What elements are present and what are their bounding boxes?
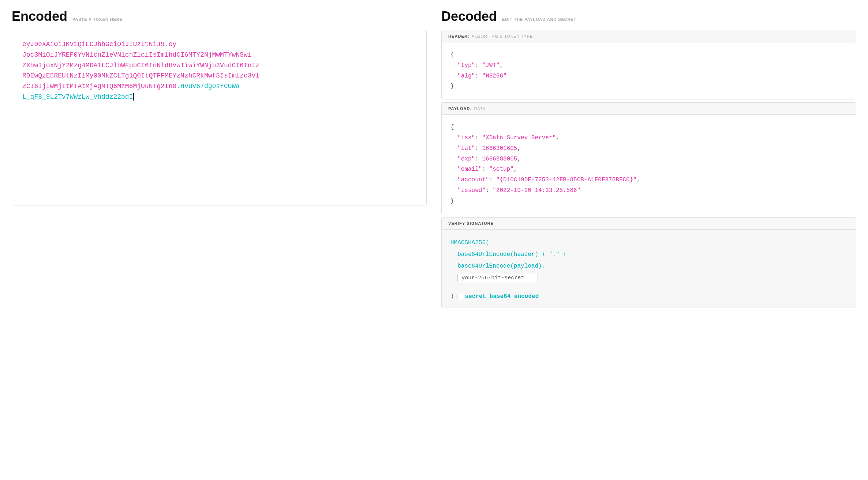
decoded-subtitle: EDIT THE PAYLOAD AND SECRET <box>502 17 576 22</box>
header-panel-body[interactable]: { "typ": "JWT", "alg": "HS256" } <box>442 42 856 99</box>
payload-iss-key: "iss" <box>457 135 475 141</box>
token-payload-l3: ZXhwIjoxNjY2Mzg4MDA1LCJlbWFpbCI6InNldHVw… <box>22 62 259 69</box>
header-close-brace: } <box>450 83 454 90</box>
verify-line2: base64UrlEncode(payload), <box>457 263 545 269</box>
payload-sublabel: DATA <box>474 106 485 111</box>
payload-email-key: "email" <box>457 166 482 173</box>
payload-account-value: "{D10C19DE-7253-42FB-85CB-A1E0F378BFC0}" <box>496 177 637 183</box>
decoded-panels: HEADER: ALGORITHM & TOKEN TYPE { "typ": … <box>441 30 856 307</box>
token-header-part1: eyJ0eXAiOiJKV1QiLCJhbGciOiJIUzI1NiJ9 <box>22 41 165 48</box>
header-typ-value: "JWT" <box>482 62 500 69</box>
token-dot1: . <box>165 41 169 48</box>
verify-body: HMACSHA256( base64UrlEncode(header) + ".… <box>442 230 856 291</box>
main-layout: Encoded PASTE A TOKEN HERE eyJ0eXAiOiJKV… <box>12 9 856 480</box>
header-panel-header: HEADER: ALGORITHM & TOKEN TYPE <box>442 30 856 42</box>
payload-panel: PAYLOAD: DATA { "iss": "XData Survey Ser… <box>441 102 856 214</box>
encoded-title: Encoded PASTE A TOKEN HERE <box>12 9 427 24</box>
secret-input[interactable] <box>457 274 538 282</box>
token-payload-start: ey <box>169 41 177 48</box>
decoded-title: Decoded EDIT THE PAYLOAD AND SECRET <box>441 9 856 24</box>
payload-label: PAYLOAD: <box>448 106 472 111</box>
encoded-token-box[interactable]: eyJ0eXAiOiJKV1QiLCJhbGciOiJIUzI1NiJ9.ey … <box>12 30 427 205</box>
payload-email-value: "setup" <box>489 166 514 173</box>
payload-panel-header: PAYLOAD: DATA <box>442 103 856 115</box>
header-sublabel: ALGORITHM & TOKEN TYPE <box>472 34 533 38</box>
token-payload-l4: RDEwQzE5REUtNzI1My00MkZCLTg1Q0ItQTFFMEYz… <box>22 72 259 79</box>
verify-panel: VERIFY SIGNATURE HMACSHA256( base64UrlEn… <box>441 217 856 307</box>
verify-header: VERIFY SIGNATURE <box>442 218 856 230</box>
header-panel: HEADER: ALGORITHM & TOKEN TYPE { "typ": … <box>441 30 856 99</box>
payload-issued-key: "issued" <box>457 187 486 194</box>
header-label: HEADER: <box>448 34 469 38</box>
decoded-section: Decoded EDIT THE PAYLOAD AND SECRET HEAD… <box>441 9 856 480</box>
payload-exp-value: 1666388005 <box>482 156 517 162</box>
verify-fn-name: HMACSHA256( <box>450 239 489 246</box>
verify-close-paren: ) <box>450 293 454 300</box>
verify-footer: ) secret base64 encoded <box>442 291 856 307</box>
token-sig-l6: L_qF8_9L2Tv7WWzLw_Vhddz22bdI <box>22 93 133 101</box>
payload-iat-value: 1666301605 <box>482 145 517 152</box>
payload-close-brace: } <box>450 198 454 204</box>
header-open-brace: { <box>450 52 454 58</box>
payload-open-brace: { <box>450 124 454 131</box>
header-alg-key: "alg" <box>457 73 475 79</box>
encoded-title-text: Encoded <box>12 9 67 24</box>
payload-iss-value: "XData Survey Server" <box>482 135 556 141</box>
b64-label: secret base64 encoded <box>465 293 539 300</box>
header-alg-value: "HS256" <box>482 73 506 79</box>
token-payload-l2: Jpc3MiOiJYREF0YVN1cnZleVNlcnZlciIsImlhdC… <box>22 51 252 58</box>
b64-checkbox[interactable] <box>457 294 462 299</box>
token-payload-l5: ZCI6IjIwMjItMTAtMjAgMTQ6MzM6MjUuNTg2In0 <box>22 83 176 90</box>
payload-account-key: "account" <box>457 177 489 183</box>
encoded-section: Encoded PASTE A TOKEN HERE eyJ0eXAiOiJKV… <box>12 9 427 480</box>
token-sig-l5: HvuV67dg0sYCUWa <box>180 83 240 90</box>
text-cursor <box>133 93 134 101</box>
payload-panel-body[interactable]: { "iss": "XData Survey Server", "iat": 1… <box>442 115 856 213</box>
header-typ-key: "typ" <box>457 62 475 69</box>
payload-exp-key: "exp" <box>457 156 475 162</box>
token-dot2: . <box>176 83 180 90</box>
verify-label: VERIFY SIGNATURE <box>448 221 494 226</box>
encoded-subtitle: PASTE A TOKEN HERE <box>72 17 123 22</box>
payload-iat-key: "iat" <box>457 145 475 152</box>
verify-line1: base64UrlEncode(header) + "." + <box>457 251 566 258</box>
decoded-title-text: Decoded <box>441 9 497 24</box>
payload-issued-value: "2022-10-20 14:33:25.586" <box>493 187 580 194</box>
